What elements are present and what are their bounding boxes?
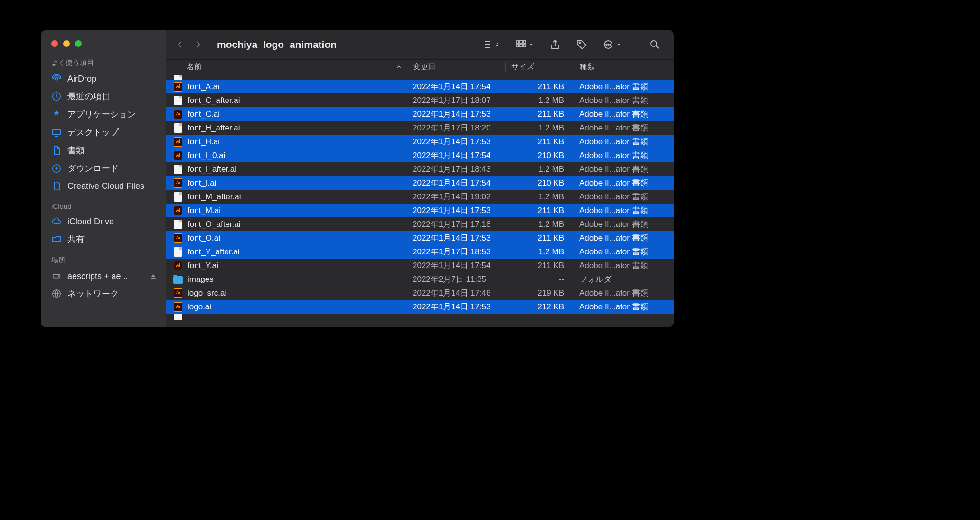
sidebar-section-favorites: よく使う項目 (41, 56, 166, 70)
sidebar-item-desktop[interactable]: デスクトップ (41, 123, 166, 141)
file-date: 2022年1月17日 17:18 (407, 219, 505, 230)
sidebar-item-documents[interactable]: 書類 (41, 141, 166, 159)
window-controls (41, 35, 166, 56)
file-row[interactable]: Ailogo_src.ai2022年1月14日 17:46219 KBAdobe… (166, 286, 674, 300)
file-row[interactable]: Aifont_I_0.ai2022年1月14日 17:54210 KBAdobe… (166, 149, 674, 162)
close-button[interactable] (51, 40, 58, 47)
svg-point-17 (608, 44, 609, 45)
file-size: 219 KB (505, 288, 574, 298)
file-row[interactable]: font_O_after.ai2022年1月17日 17:181.2 MBAdo… (166, 217, 674, 231)
svg-point-4 (58, 236, 60, 238)
sidebar-item-label: アプリケーション (67, 109, 136, 120)
document-file-icon (174, 220, 182, 229)
sidebar: よく使う項目 AirDrop 最近の項目 アプリケーション デスクトップ (41, 30, 166, 327)
forward-button[interactable] (193, 40, 203, 49)
apps-icon (51, 109, 62, 120)
file-kind: Adobe Il...ator 書類 (574, 81, 674, 92)
column-label: 変更日 (413, 63, 436, 71)
folder-icon (173, 276, 183, 284)
sidebar-item-recents[interactable]: 最近の項目 (41, 87, 166, 105)
ai-file-icon: Ai (174, 110, 182, 119)
file-name: font_C.ai (188, 110, 220, 119)
file-row[interactable]: font_H_after.ai2022年1月17日 18:201.2 MBAdo… (166, 121, 674, 135)
tags-button[interactable] (571, 39, 592, 50)
file-size: 211 KB (505, 206, 574, 215)
file-row[interactable]: images2022年2月7日 11:35--フォルダ (166, 272, 674, 286)
svg-point-0 (55, 77, 58, 80)
svg-point-19 (651, 41, 657, 46)
file-name: font_M_after.ai (188, 192, 241, 202)
svg-point-6 (58, 276, 59, 277)
file-kind: Adobe Il...ator 書類 (574, 232, 674, 243)
file-row[interactable]: Aifont_I.ai2022年1月14日 17:54210 KBAdobe I… (166, 176, 674, 190)
file-name: logo_src.ai (188, 288, 226, 298)
file-row[interactable]: font_I_after.ai2022年1月17日 18:431.2 MBAdo… (166, 162, 674, 176)
document-file-icon (174, 165, 182, 174)
sidebar-item-external-disk[interactable]: aescripts + ae... (41, 268, 166, 285)
file-row[interactable]: Aifont_M.ai2022年1月14日 17:53211 KBAdobe I… (166, 204, 674, 217)
file-date: 2022年1月14日 17:53 (407, 136, 505, 147)
file-date: 2022年2月7日 11:35 (407, 274, 505, 285)
sidebar-item-downloads[interactable]: ダウンロード (41, 159, 166, 177)
fullscreen-button[interactable] (75, 40, 82, 47)
file-row[interactable]: Aifont_C.ai2022年1月14日 17:53211 KBAdobe I… (166, 107, 674, 121)
svg-rect-13 (523, 45, 526, 47)
file-row[interactable]: Ailogo.ai2022年1月14日 17:53212 KBAdobe Il.… (166, 300, 674, 314)
svg-rect-2 (53, 130, 61, 135)
minimize-button[interactable] (63, 40, 70, 47)
back-button[interactable] (175, 40, 185, 49)
sidebar-item-network[interactable]: ネットワーク (41, 285, 166, 303)
file-kind: Adobe Il...ator 書類 (574, 219, 674, 230)
file-size: 211 KB (505, 137, 574, 147)
document-file-icon (174, 96, 182, 105)
sidebar-item-icloud-drive[interactable]: iCloud Drive (41, 213, 166, 230)
document-file-icon (174, 192, 182, 202)
cloud-icon (51, 216, 62, 227)
file-kind: Adobe Il...ator 書類 (574, 246, 674, 257)
sidebar-item-creative-cloud[interactable]: Creative Cloud Files (41, 177, 166, 195)
file-kind: Adobe Il...ator 書類 (574, 150, 674, 161)
file-row-partial[interactable] (166, 314, 674, 322)
file-name: font_H_after.ai (188, 123, 240, 133)
file-kind: フォルダ (574, 274, 674, 285)
file-name: font_I_after.ai (188, 165, 236, 174)
sort-arrow-icon (396, 64, 402, 70)
group-button[interactable] (510, 39, 539, 50)
file-size: 211 KB (505, 233, 574, 243)
file-date: 2022年1月14日 17:53 (407, 301, 505, 312)
ai-file-icon: Ai (174, 261, 182, 270)
svg-point-14 (579, 42, 581, 44)
search-button[interactable] (644, 39, 665, 50)
document-icon (51, 145, 62, 156)
action-button[interactable] (598, 39, 626, 50)
svg-rect-12 (520, 45, 522, 47)
file-row[interactable]: Aifont_O.ai2022年1月14日 17:53211 KBAdobe I… (166, 231, 674, 245)
svg-point-16 (606, 44, 607, 45)
sidebar-item-shared[interactable]: 共有 (41, 230, 166, 248)
share-button[interactable] (545, 39, 565, 50)
file-name: logo.ai (188, 302, 211, 312)
file-kind: Adobe Il...ator 書類 (574, 177, 674, 188)
file-size: -- (505, 275, 574, 284)
sidebar-item-airdrop[interactable]: AirDrop (41, 70, 166, 87)
file-row[interactable]: Aifont_Y.ai2022年1月14日 17:54211 KBAdobe I… (166, 259, 674, 272)
sidebar-item-applications[interactable]: アプリケーション (41, 105, 166, 123)
column-header-size[interactable]: サイズ (505, 62, 574, 72)
eject-icon[interactable] (150, 272, 157, 280)
column-header-kind[interactable]: 種類 (574, 62, 674, 72)
svg-rect-10 (523, 41, 526, 43)
view-mode-button[interactable] (476, 39, 505, 50)
document-file-icon (174, 247, 182, 257)
file-row[interactable]: font_C_after.ai2022年1月17日 18:071.2 MBAdo… (166, 93, 674, 107)
file-row[interactable]: font_Y_after.ai2022年1月17日 18:531.2 MBAdo… (166, 245, 674, 259)
file-list[interactable]: Aifont_A.ai2022年1月14日 17:54211 KBAdobe I… (166, 74, 674, 327)
file-row[interactable]: font_M_after.ai2022年1月14日 19:021.2 MBAdo… (166, 190, 674, 204)
file-row[interactable]: Aifont_A.ai2022年1月14日 17:54211 KBAdobe I… (166, 80, 674, 93)
file-row[interactable]: Aifont_H.ai2022年1月14日 17:53211 KBAdobe I… (166, 135, 674, 149)
file-size: 210 KB (505, 151, 574, 160)
sidebar-item-label: AirDrop (67, 74, 96, 84)
sidebar-section-locations: 場所 (41, 253, 166, 268)
file-row-partial[interactable] (166, 74, 674, 80)
column-header-date[interactable]: 変更日 (407, 62, 505, 72)
column-header-name[interactable]: 名前 (166, 62, 407, 72)
